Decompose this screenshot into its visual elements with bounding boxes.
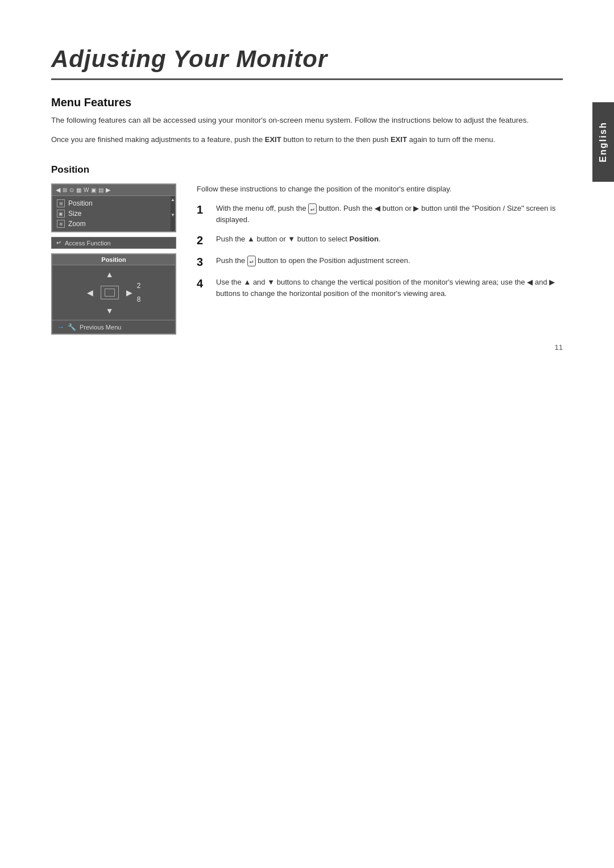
down-arrow: ▼ [106, 306, 114, 315]
step-1: 1 With the menu off, push the ↵ button. … [197, 203, 563, 226]
exit-note: Once you are finished making adjustments… [51, 134, 563, 146]
osd-container: ◀ ⊞ ⊙ ▦ W ▣ ▤ ▶ ⊞ [51, 183, 176, 335]
instructions-panel: Follow these instructions to change the … [197, 183, 563, 307]
icon-3: ▦ [76, 187, 81, 193]
step-text-1: With the menu off, push the ↵ button. Pu… [216, 203, 563, 226]
step-number-2: 2 [197, 233, 209, 247]
icon-6: ▤ [98, 187, 103, 193]
position-values: 2 8 [137, 282, 141, 303]
cross-center [101, 286, 119, 299]
left-arrow: ◀ [87, 288, 93, 297]
osd-item-zoom: ⊗ Zoom [57, 219, 166, 229]
left-arrow-icon: ◀ [56, 186, 60, 194]
access-function-bar: ↵ Access Function [51, 237, 176, 249]
position-section-title: Position [51, 164, 563, 176]
step-number-4: 4 [197, 277, 209, 290]
step-3: 3 Push the ↵ button to open the Position… [197, 255, 563, 269]
h-value: 2 [137, 282, 141, 290]
position-cross: ▲ ◀ ▶ ▼ [87, 270, 132, 315]
scroll-bar: ▲ ▼ [171, 196, 175, 231]
right-arrow-icon: ▶ [106, 186, 110, 194]
enter-button-icon: ↵ [308, 203, 317, 214]
prev-menu-icon: 🔧 [68, 323, 76, 331]
step-number-3: 3 [197, 255, 209, 269]
page-title: Adjusting Your Monitor [51, 45, 563, 80]
icon-1: ⊞ [63, 187, 67, 193]
osd-top-bar: ◀ ⊞ ⊙ ▦ W ▣ ▤ ▶ [52, 185, 175, 196]
instruction-steps: 1 With the menu off, push the ↵ button. … [197, 203, 563, 300]
zoom-icon: ⊗ [57, 220, 65, 228]
intro-text: The following features can all be access… [51, 115, 563, 126]
page-container: English Adjusting Your Monitor Menu Feat… [0, 0, 614, 380]
step-text-4: Use the ▲ and ▼ buttons to change the ve… [216, 277, 563, 299]
zoom-label: Zoom [68, 220, 86, 228]
size-icon: ▣ [57, 210, 65, 218]
position-label: Position [68, 199, 93, 207]
step-text-3: Push the ↵ button to open the Position a… [216, 255, 410, 266]
step-text-2: Push the ▲ button or ▼ button to select … [216, 233, 381, 245]
access-icon: ↵ [56, 239, 61, 247]
osd-icons: ◀ ⊞ ⊙ ▦ W ▣ ▤ ▶ [56, 186, 110, 194]
language-tab: English [592, 102, 614, 182]
access-function-label: Access Function [65, 240, 111, 247]
osd-top-menu: ◀ ⊞ ⊙ ▦ W ▣ ▤ ▶ ⊞ [51, 183, 176, 237]
icon-2: ⊙ [69, 187, 74, 193]
osd-menu-items: ⊞ Position ▣ Size ⊗ Zoom [52, 196, 171, 231]
step-number-1: 1 [197, 203, 209, 216]
instruction-intro: Follow these instructions to change the … [197, 183, 563, 195]
position-icon: ⊞ [57, 199, 65, 207]
icon-4: W [84, 187, 89, 193]
enter-button-icon-2: ↵ [247, 256, 256, 266]
panel-title: Position [52, 254, 175, 265]
prev-menu-arrow: → [57, 323, 64, 331]
panel-body: ▲ ◀ ▶ ▼ 2 8 [52, 265, 175, 320]
step-4: 4 Use the ▲ and ▼ buttons to change the … [197, 277, 563, 299]
v-value: 8 [137, 295, 141, 303]
menu-features-heading: Menu Features [51, 96, 563, 109]
prev-menu-label: Previous Menu [80, 324, 121, 331]
page-number: 11 [555, 343, 563, 352]
right-arrow: ▶ [126, 288, 132, 297]
scroll-up: ▲ [171, 197, 175, 202]
size-label: Size [68, 210, 81, 218]
scroll-down: ▼ [171, 212, 175, 218]
osd-item-size: ▣ Size [57, 208, 166, 219]
up-arrow: ▲ [106, 270, 114, 279]
step-2: 2 Push the ▲ button or ▼ button to selec… [197, 233, 563, 247]
osd-item-position: ⊞ Position [57, 198, 166, 208]
language-label: English [598, 122, 608, 162]
inner-box [105, 289, 115, 297]
position-panel: Position ▲ ◀ ▶ ▼ 2 8 [51, 253, 176, 335]
osd-menu-panel: ◀ ⊞ ⊙ ▦ W ▣ ▤ ▶ ⊞ [51, 183, 176, 232]
prev-menu-bar: → 🔧 Previous Menu [52, 320, 175, 333]
icon-5: ▣ [91, 187, 96, 193]
position-layout: ◀ ⊞ ⊙ ▦ W ▣ ▤ ▶ ⊞ [51, 183, 563, 335]
